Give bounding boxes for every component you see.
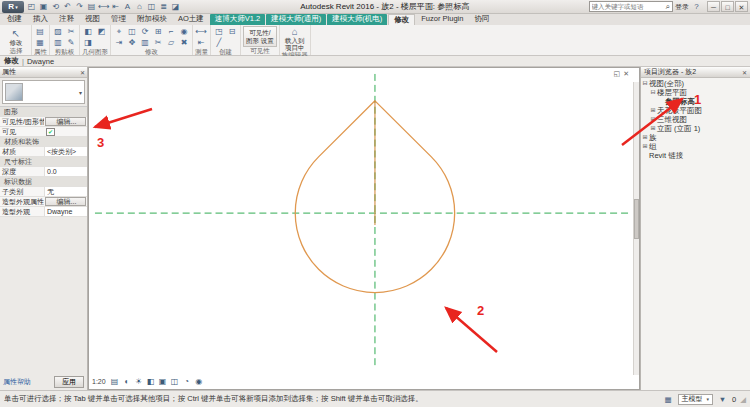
visibility-settings-button[interactable]: 可见性/ 图形 设置	[243, 26, 277, 47]
split-icon[interactable]: ✂	[152, 37, 164, 48]
close-icon[interactable]: ✕	[80, 69, 85, 76]
ribbon-tab[interactable]: 视图	[80, 14, 105, 25]
property-row[interactable]: 可见性/图形替换 编辑...	[0, 117, 87, 127]
visual-style-icon[interactable]: ◐	[122, 377, 132, 386]
copy-element-icon[interactable]: ▥	[139, 37, 151, 48]
ribbon-tab[interactable]: 建模大师(通用)	[266, 14, 326, 25]
paste-icon[interactable]: ▨	[52, 26, 64, 37]
measure-icon[interactable]: ⟷	[98, 1, 109, 12]
expander-icon[interactable]: ⊞	[649, 115, 657, 124]
project-browser-header[interactable]: 项目浏览器 - 族2 ✕	[641, 67, 750, 78]
aligned-dimension-icon[interactable]: ⇤	[110, 1, 121, 12]
ribbon-tab[interactable]: AO土建	[173, 14, 209, 25]
ribbon-tab[interactable]: 管理	[106, 14, 131, 25]
properties-panel-header[interactable]: 属性 ✕	[0, 67, 87, 78]
application-menu-button[interactable]: R ▾	[2, 1, 24, 13]
join-geometry-icon[interactable]: ◨	[82, 37, 94, 48]
close-button[interactable]: ✕	[735, 1, 748, 12]
expander-icon[interactable]: ⊟	[641, 79, 649, 88]
shadows-icon[interactable]: ◧	[146, 377, 156, 386]
browser-tree-item[interactable]: ⊞ 组	[641, 142, 750, 151]
section-icon[interactable]: ◫	[146, 1, 157, 12]
resize-grip[interactable]: ◢	[740, 395, 746, 404]
property-value[interactable]: 无	[44, 187, 87, 196]
property-row[interactable]: 造型外观属性 编辑...	[0, 197, 87, 207]
sun-path-icon[interactable]: ☀	[134, 377, 144, 386]
property-row[interactable]: 深度 0.0	[0, 167, 87, 177]
browser-tree-item[interactable]: ⊞ 族	[641, 133, 750, 142]
property-value[interactable]: 编辑...	[45, 197, 86, 206]
rotate-icon[interactable]: ⟳	[139, 26, 151, 37]
align-icon[interactable]: ⌖	[113, 26, 125, 37]
view-restore-icon[interactable]: ◱	[614, 70, 621, 78]
property-row[interactable]: 可见 ✔	[0, 127, 87, 137]
browser-tree-item[interactable]: ⊟ 视图(全部)	[641, 79, 750, 88]
move-icon[interactable]: ✥	[126, 37, 138, 48]
property-row[interactable]: 标识数据	[0, 177, 87, 187]
mirror-icon[interactable]: ◫	[126, 26, 138, 37]
design-option-select[interactable]: 主模型 ▾	[678, 394, 714, 405]
crop-view-icon[interactable]: ▣	[158, 377, 168, 386]
ribbon-tab[interactable]: 速博大师V1.2	[210, 14, 265, 25]
property-row[interactable]: 材质 <按类别>	[0, 147, 87, 157]
ribbon-tab[interactable]: 注释	[54, 14, 79, 25]
ribbon-tab[interactable]: Fuzor Plugin	[416, 14, 468, 25]
properties-help-link[interactable]: 属性帮助	[3, 377, 31, 387]
expander-icon[interactable]: ⊟	[649, 88, 657, 97]
dimension-icon[interactable]: ⇤	[195, 37, 207, 48]
ribbon-tab[interactable]: 创建	[2, 14, 27, 25]
signin-label[interactable]: 登录	[675, 2, 689, 12]
model-line-icon[interactable]: ╱	[213, 37, 225, 48]
switch-windows-icon[interactable]: ◪	[170, 1, 181, 12]
text-icon[interactable]: A	[122, 1, 133, 12]
array-icon[interactable]: ⊞	[152, 26, 164, 37]
help-icon[interactable]: ?	[691, 1, 702, 12]
expander-icon[interactable]: ⊞	[641, 133, 649, 142]
ribbon-tab[interactable]: 修改	[388, 14, 415, 25]
scrollbar-thumb[interactable]	[634, 199, 639, 239]
modify-tool-button[interactable]: ↖ 修改	[3, 26, 29, 47]
search-input[interactable]	[592, 3, 666, 10]
type-selector[interactable]: ▾	[2, 80, 85, 104]
worksets-icon[interactable]: ▦	[663, 395, 674, 404]
temporary-hide-icon[interactable]: ◔	[182, 377, 192, 386]
expander-icon[interactable]: ⊞	[649, 124, 657, 133]
match-type-icon[interactable]: ✎	[65, 37, 77, 48]
filter-icon[interactable]: ▼	[717, 395, 728, 404]
browser-tree-item[interactable]: ⊞ 立面 (立面 1)	[641, 124, 750, 133]
close-icon[interactable]: ✕	[742, 69, 747, 76]
delete-icon[interactable]: ✖	[178, 37, 190, 48]
property-row[interactable]: 尺寸标注	[0, 157, 87, 167]
property-value[interactable]: <按类别>	[44, 147, 87, 156]
family-types-icon[interactable]: ▦	[34, 37, 46, 48]
property-row[interactable]: 子类别 无	[0, 187, 87, 197]
thin-lines-icon[interactable]: ≣	[158, 1, 169, 12]
undo-icon[interactable]: ↶	[62, 1, 73, 12]
load-into-project-button[interactable]: ⌂ 载入到 项目中	[282, 26, 308, 51]
ribbon-tab[interactable]: 建模大师(机电)	[327, 14, 387, 25]
property-value[interactable]: 0.0	[44, 167, 87, 176]
ribbon-tab[interactable]: 协同	[469, 14, 494, 25]
search-box[interactable]: ⌕	[589, 1, 673, 12]
property-row[interactable]: 材质和装饰	[0, 137, 87, 147]
cut-geometry-icon[interactable]: ◧	[82, 26, 94, 37]
show-crop-icon[interactable]: ◫	[170, 377, 180, 386]
view-close-icon[interactable]: ✕	[623, 70, 629, 78]
minimize-button[interactable]: ─	[707, 1, 720, 12]
browser-tree-item[interactable]: Revit 链接	[641, 151, 750, 160]
scale-icon[interactable]: ▱	[165, 37, 177, 48]
property-row[interactable]: 造型外观 Dwayne	[0, 207, 87, 217]
offset-icon[interactable]: ⇥	[113, 37, 125, 48]
copy-icon[interactable]: ▥	[52, 37, 64, 48]
browser-tree-item[interactable]: ⊟ 楼层平面	[641, 88, 750, 97]
browser-tree-item[interactable]: ⊞ 三维视图	[641, 115, 750, 124]
cut-icon[interactable]: ✂	[65, 26, 77, 37]
property-value[interactable]: Dwayne	[44, 207, 87, 216]
split-face-icon[interactable]: ◩	[96, 26, 108, 37]
property-value[interactable]: ✔	[46, 128, 55, 136]
canvas-scrollbar-vertical[interactable]	[633, 82, 639, 375]
trim-icon[interactable]: ⌐	[165, 26, 177, 37]
browser-tree-item[interactable]: ⊞ 天花板平面图	[641, 106, 750, 115]
print-icon[interactable]: ▤	[86, 1, 97, 12]
expander-icon[interactable]: ⊞	[649, 106, 657, 115]
